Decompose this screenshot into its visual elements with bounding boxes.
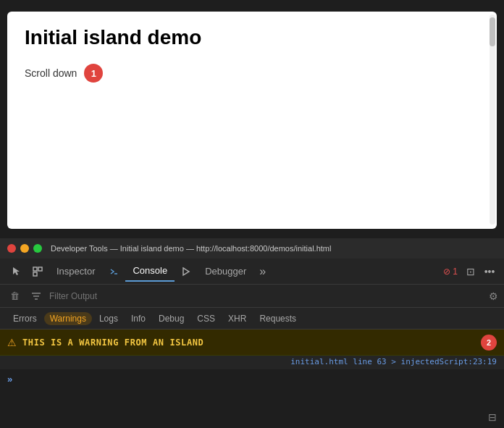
page-title: Initial island demo [25, 26, 479, 49]
traffic-light-green[interactable] [33, 244, 42, 253]
filter-svg [31, 291, 41, 301]
source-link[interactable]: initial.html line 63 > injectedScript:23… [0, 356, 504, 369]
console-prompt-area: » [0, 369, 504, 389]
more-tabs-button[interactable]: » [255, 265, 270, 278]
prompt-arrows: » [7, 374, 12, 385]
source-link-text: initial.html line 63 > injectedScript:23… [290, 357, 497, 366]
tab-debugger[interactable]: Debugger [198, 261, 253, 282]
devtools-toolbar: Inspector Console Debugger » ⊘ 1 [0, 259, 504, 285]
cursor-tool-button[interactable] [6, 261, 26, 282]
debugger-icon [180, 266, 192, 277]
level-errors[interactable]: Errors [7, 312, 43, 325]
log-levels-bar: Errors Warnings Logs Info Debug CSS XHR … [0, 308, 504, 330]
devtools-panel: Developer Tools — Initial island demo — … [0, 238, 504, 428]
step-badge-1: 1 [84, 64, 103, 83]
error-badge[interactable]: ⊘ 1 [443, 267, 458, 277]
overflow-menu-button[interactable]: ••• [481, 263, 498, 280]
error-count: 1 [453, 267, 458, 277]
layout-icon[interactable]: ⊡ [462, 263, 479, 280]
tab-inspector[interactable]: Inspector [49, 261, 102, 282]
viewport-scrollbar-thumb [490, 17, 495, 46]
level-css[interactable]: CSS [191, 312, 221, 325]
step-badge-2: 2 [481, 335, 497, 351]
split-view-icon[interactable]: ⊟ [488, 411, 497, 423]
level-warnings[interactable]: Warnings [44, 312, 92, 325]
browser-viewport: Initial island demo Scroll down 1 [7, 12, 497, 229]
debugger-icon-button[interactable] [176, 261, 196, 282]
warning-message: THIS IS A WARNING FROM AN ISLAND [22, 337, 475, 348]
warning-icon: ⚠ [7, 337, 17, 348]
svg-rect-1 [38, 267, 42, 271]
devtools-title: Developer Tools — Initial island demo — … [51, 244, 331, 253]
level-logs[interactable]: Logs [93, 312, 124, 325]
level-info[interactable]: Info [125, 312, 151, 325]
inspector-icon-button[interactable] [28, 261, 48, 282]
traffic-light-yellow[interactable] [20, 244, 29, 253]
inspector-icon [32, 266, 43, 277]
traffic-light-red[interactable] [7, 244, 16, 253]
level-xhr[interactable]: XHR [222, 312, 252, 325]
filter-icon[interactable] [28, 288, 45, 305]
devtools-titlebar: Developer Tools — Initial island demo — … [0, 238, 504, 259]
filter-input[interactable] [49, 291, 484, 301]
level-requests[interactable]: Requests [253, 312, 302, 325]
cursor-icon [10, 266, 22, 277]
level-debug[interactable]: Debug [153, 312, 190, 325]
settings-gear-icon[interactable]: ⚙ [489, 290, 498, 302]
console-icon-button[interactable] [104, 261, 124, 282]
svg-marker-4 [183, 268, 189, 275]
console-icon [108, 266, 119, 277]
svg-rect-0 [33, 267, 37, 271]
error-icon: ⊘ [443, 267, 450, 277]
svg-rect-2 [33, 272, 37, 276]
viewport-scrollbar[interactable] [490, 14, 495, 225]
tab-console[interactable]: Console [125, 261, 175, 282]
trash-icon[interactable]: 🗑 [6, 288, 23, 305]
scroll-down-label: Scroll down [25, 67, 77, 79]
warning-log-row[interactable]: ⚠ THIS IS A WARNING FROM AN ISLAND 2 [0, 330, 504, 356]
devtools-filter-bar: 🗑 ⚙ [0, 285, 504, 308]
devtools-bottom-bar: ⊟ [481, 406, 504, 428]
